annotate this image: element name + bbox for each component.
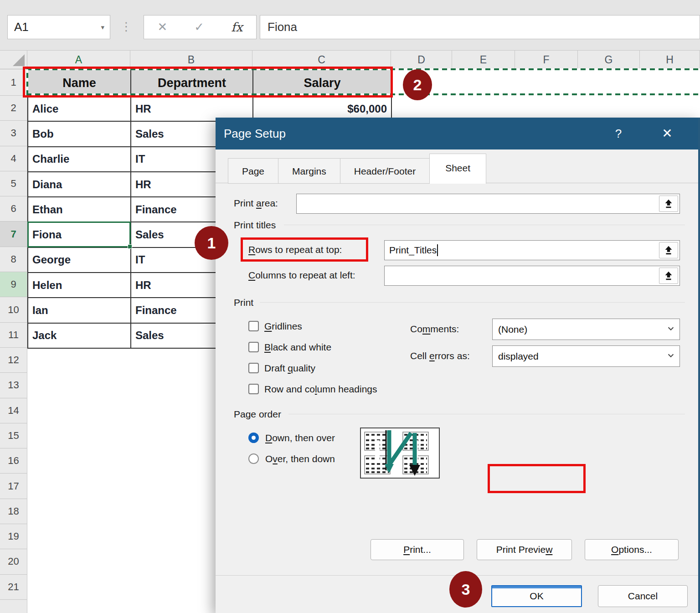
cancel-entry-icon[interactable]: ✕: [158, 20, 168, 34]
row-header-20[interactable]: 20: [0, 549, 27, 574]
row-header-4[interactable]: 4: [0, 146, 27, 171]
draft-quality-checkbox[interactable]: [248, 363, 259, 373]
cols-repeat-label: Columns to repeat at left:: [248, 270, 355, 281]
group-divider: [288, 414, 685, 414]
over-then-down-radio[interactable]: [248, 453, 259, 464]
page-setup-dialog: Page Setup ? ✕ Page Margins Header/Foote…: [216, 118, 700, 613]
collapse-dialog-icon[interactable]: [659, 268, 678, 284]
dialog-title-bar[interactable]: Page Setup ? ✕: [216, 118, 698, 149]
row-header-19[interactable]: 19: [0, 524, 27, 549]
row-header-22[interactable]: [0, 600, 27, 613]
row-header-2[interactable]: 2: [0, 96, 27, 121]
comments-label: Comments:: [410, 324, 459, 335]
cell-a3[interactable]: Bob: [28, 122, 131, 147]
row-header-14[interactable]: 14: [0, 398, 27, 423]
print-area-field[interactable]: [296, 194, 680, 214]
highlight-box-ok: [488, 464, 586, 493]
comments-dropdown[interactable]: (None): [492, 319, 680, 340]
formula-buttons: ✕ ✓ fx: [144, 15, 257, 39]
highlight-box-rows-repeat: [241, 237, 368, 262]
tab-page[interactable]: Page: [228, 158, 278, 184]
rows-repeat-field[interactable]: Print_Titles: [384, 240, 680, 260]
cancel-button[interactable]: Cancel: [598, 585, 688, 607]
row-header-7[interactable]: 7: [0, 222, 27, 247]
group-divider: [284, 225, 685, 225]
highlight-box-row1: [23, 67, 393, 98]
row-header-12[interactable]: 12: [0, 348, 27, 373]
name-box-dropdown-icon[interactable]: ▾: [101, 15, 104, 39]
name-box-value: A1: [14, 20, 29, 34]
column-header-h[interactable]: H: [640, 50, 700, 69]
name-box[interactable]: A1 ▾: [7, 15, 110, 39]
print-area-label: Print area:: [234, 198, 278, 209]
cell-a10[interactable]: Ian: [28, 298, 131, 323]
row-header-10[interactable]: 10: [0, 297, 27, 322]
ok-button[interactable]: OK: [491, 585, 582, 607]
over-then-down-label: Over, then down: [265, 453, 335, 464]
print-button[interactable]: Print...: [371, 539, 464, 560]
down-then-over-radio[interactable]: [248, 433, 259, 443]
row-header-13[interactable]: 13: [0, 373, 27, 398]
cell-a6[interactable]: Ethan: [28, 197, 131, 222]
row-header-18[interactable]: 18: [0, 499, 27, 524]
gridlines-checkbox[interactable]: [248, 321, 259, 331]
row-column-headings-checkbox[interactable]: [248, 384, 259, 394]
row-header-6[interactable]: 6: [0, 196, 27, 222]
row-header-21[interactable]: 21: [0, 575, 27, 600]
column-header-d[interactable]: D: [391, 50, 452, 69]
print-group-label: Print: [234, 297, 253, 308]
cell-errors-dropdown[interactable]: displayed: [492, 345, 680, 367]
collapse-dialog-icon[interactable]: [659, 242, 678, 258]
row-header-8[interactable]: 8: [0, 247, 27, 272]
cell-a9[interactable]: Helen: [28, 273, 131, 298]
cell-a11[interactable]: Jack: [28, 324, 131, 349]
fill-handle[interactable]: [128, 244, 132, 249]
column-header-g[interactable]: G: [578, 50, 640, 69]
select-all-triangle-icon: [13, 54, 25, 66]
column-header-f[interactable]: F: [515, 50, 578, 69]
dialog-tabs: Page Margins Header/Footer Sheet: [228, 157, 486, 184]
close-icon[interactable]: ✕: [654, 118, 680, 149]
print-titles-group-label: Print titles: [234, 220, 276, 231]
down-then-over-label: Down, then over: [265, 433, 335, 443]
row-header-11[interactable]: 11: [0, 323, 27, 348]
step-1-badge: 1: [195, 226, 228, 260]
help-icon[interactable]: ?: [607, 118, 630, 149]
column-header-e[interactable]: E: [452, 50, 515, 69]
row-header-16[interactable]: 16: [0, 448, 27, 474]
enter-entry-icon[interactable]: ✓: [194, 20, 204, 34]
cell-a2[interactable]: Alice: [28, 97, 131, 122]
chevron-down-icon: [665, 322, 677, 336]
page-order-group-label: Page order: [234, 409, 281, 420]
tab-header-footer[interactable]: Header/Footer: [340, 158, 430, 184]
group-divider: [260, 302, 685, 303]
black-and-white-label: Black and white: [264, 342, 331, 353]
cols-repeat-field[interactable]: [384, 266, 680, 286]
cell-a8[interactable]: George: [28, 248, 131, 273]
print-preview-button[interactable]: Print Preview: [477, 539, 572, 560]
options-button[interactable]: Options...: [585, 539, 679, 560]
row-header-5[interactable]: 5: [0, 171, 27, 196]
insert-function-icon[interactable]: fx: [231, 20, 242, 34]
row-header-3[interactable]: 3: [0, 121, 27, 146]
row-header-9[interactable]: 9: [0, 272, 27, 297]
collapse-dialog-icon[interactable]: [659, 196, 678, 212]
chevron-down-icon: [665, 349, 677, 363]
step-2-badge: 2: [403, 69, 432, 100]
dialog-title: Page Setup: [224, 118, 286, 149]
text-caret: [437, 244, 438, 256]
tab-sheet[interactable]: Sheet: [429, 154, 486, 184]
cell-a5[interactable]: Diana: [28, 172, 131, 197]
step-3-badge: 3: [449, 571, 482, 608]
tab-margins[interactable]: Margins: [278, 158, 340, 184]
formula-bar-input[interactable]: Fiona: [260, 15, 700, 39]
black-and-white-checkbox[interactable]: [248, 342, 259, 352]
cell-a4[interactable]: Charlie: [28, 147, 131, 172]
row-header-strip: 1 2 3 4 5 6 7 8 9 10 11 12 13 14 15 16 1…: [0, 69, 27, 613]
row-column-headings-label: Row and column headings: [264, 384, 377, 395]
row-header-15[interactable]: 15: [0, 423, 27, 448]
formula-bar-drag-handle-icon: ⋮: [119, 15, 133, 39]
page-order-preview: [360, 428, 440, 479]
active-cell-outline: [27, 222, 131, 247]
row-header-17[interactable]: 17: [0, 474, 27, 499]
